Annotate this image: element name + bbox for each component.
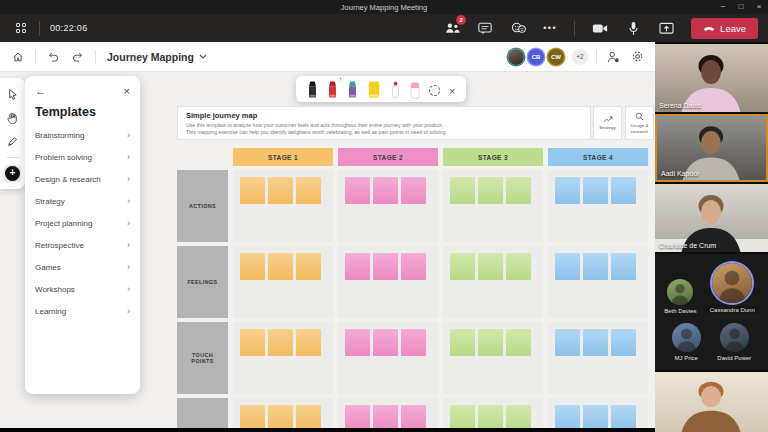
sticky-note[interactable] — [506, 177, 531, 204]
sticky-note[interactable] — [345, 253, 370, 280]
journey-cell[interactable] — [338, 322, 438, 394]
audio-participant[interactable]: Beth Davies — [664, 279, 696, 314]
participant-video[interactable]: Serena Davis — [655, 44, 768, 112]
settings-button[interactable] — [629, 49, 645, 65]
whiteboard-canvas[interactable]: + ← × Templates Brainstorming›Problem so… — [0, 72, 655, 428]
journey-cell[interactable] — [338, 398, 438, 428]
journey-cell[interactable] — [233, 170, 333, 242]
create-tool[interactable]: + — [4, 165, 21, 182]
share-screen-button[interactable] — [658, 20, 674, 36]
close-button[interactable]: × — [750, 0, 768, 14]
template-category[interactable]: Design & research› — [35, 168, 130, 190]
sticky-note[interactable] — [268, 177, 293, 204]
sticky-note[interactable] — [401, 177, 426, 204]
journey-cell[interactable] — [443, 398, 543, 428]
journey-cell[interactable] — [548, 170, 648, 242]
eraser-tool[interactable] — [410, 79, 420, 99]
undo-button[interactable] — [45, 49, 61, 65]
share-board-button[interactable] — [605, 49, 621, 65]
sticky-note[interactable] — [583, 329, 608, 356]
sticky-note[interactable] — [268, 253, 293, 280]
galaxy-pen-tool[interactable] — [347, 79, 358, 99]
redo-button[interactable] — [70, 49, 86, 65]
presence-overflow-badge[interactable]: +2 — [572, 49, 588, 65]
select-tool[interactable] — [4, 85, 21, 102]
sticky-note[interactable] — [506, 405, 531, 428]
sticky-note[interactable] — [373, 253, 398, 280]
close-templates-button[interactable]: × — [124, 85, 130, 97]
sticky-note[interactable] — [401, 329, 426, 356]
sticky-note[interactable] — [345, 329, 370, 356]
leave-button[interactable]: Leave — [691, 18, 758, 39]
sticky-note[interactable] — [240, 177, 265, 204]
journey-cell[interactable] — [233, 246, 333, 318]
board-title-menu[interactable]: Journey Mapping — [107, 51, 207, 63]
template-category[interactable]: Retrospective› — [35, 234, 130, 256]
sticky-note[interactable] — [373, 405, 398, 428]
home-button[interactable] — [10, 49, 26, 65]
presence-avatar-photo[interactable] — [508, 49, 524, 65]
sticky-note[interactable] — [555, 177, 580, 204]
journey-cell[interactable] — [548, 246, 648, 318]
audio-participant[interactable]: David Power — [717, 323, 751, 361]
stage-header[interactable]: STAGE 2 — [338, 148, 438, 166]
sticky-note[interactable] — [611, 253, 636, 280]
maximize-button[interactable]: □ — [732, 0, 750, 14]
sticky-note[interactable] — [555, 329, 580, 356]
audio-participant[interactable]: Cassandra Dunn — [706, 263, 759, 314]
template-category[interactable]: Games› — [35, 256, 130, 278]
sticky-note[interactable] — [296, 329, 321, 356]
sticky-note[interactable] — [268, 329, 293, 356]
sticky-note[interactable] — [240, 329, 265, 356]
sticky-note[interactable] — [478, 329, 503, 356]
stage-header[interactable]: STAGE 1 — [233, 148, 333, 166]
sticky-note[interactable] — [583, 177, 608, 204]
sticky-note[interactable] — [555, 405, 580, 428]
sticky-note[interactable] — [373, 329, 398, 356]
template-category[interactable]: Strategy› — [35, 190, 130, 212]
camera-button[interactable] — [592, 20, 608, 36]
ink-tool[interactable] — [4, 133, 21, 150]
template-category[interactable]: Project planning› — [35, 212, 130, 234]
journey-map-header[interactable]: Simple journey map Use this template to … — [177, 106, 591, 140]
tag-strategy[interactable]: Strategy — [593, 106, 622, 140]
journey-cell[interactable] — [338, 246, 438, 318]
participants-button[interactable]: 2 — [444, 20, 460, 36]
row-label[interactable]: ACTIONS — [177, 170, 228, 242]
black-pen-tool[interactable] — [307, 79, 318, 99]
template-category[interactable]: Learning› — [35, 300, 130, 322]
apps-icon[interactable] — [13, 20, 29, 36]
close-pen-toolbar-button[interactable]: × — [449, 79, 455, 99]
template-category[interactable]: Workshops› — [35, 278, 130, 300]
sticky-note[interactable] — [345, 177, 370, 204]
sticky-note[interactable] — [506, 329, 531, 356]
template-category[interactable]: Brainstorming› — [35, 124, 130, 146]
sticky-note[interactable] — [240, 405, 265, 428]
back-button[interactable]: ← — [35, 85, 46, 97]
highlighter-tool[interactable] — [367, 79, 381, 99]
sticky-note[interactable] — [450, 253, 475, 280]
journey-cell[interactable] — [443, 246, 543, 318]
tag-design-research[interactable]: Design & research — [625, 106, 654, 140]
journey-cell[interactable] — [548, 398, 648, 428]
participant-video[interactable]: Charlotte de Crum — [655, 184, 768, 252]
row-label[interactable]: TOUCH POINTS — [177, 322, 228, 394]
sticky-note[interactable] — [401, 405, 426, 428]
journey-cell[interactable] — [548, 322, 648, 394]
chat-button[interactable] — [477, 20, 493, 36]
sticky-note[interactable] — [296, 405, 321, 428]
journey-cell[interactable] — [443, 322, 543, 394]
reactions-button[interactable] — [510, 20, 526, 36]
presence-avatar[interactable]: CW — [548, 49, 564, 65]
audio-participants-tile[interactable]: Beth DaviesCassandra DunnMJ PriceDavid P… — [655, 254, 768, 370]
sticky-note[interactable] — [611, 405, 636, 428]
participant-video[interactable] — [655, 372, 768, 432]
sticky-note[interactable] — [450, 177, 475, 204]
audio-participant[interactable]: MJ Price — [672, 323, 701, 361]
sticky-note[interactable] — [373, 177, 398, 204]
sticky-note[interactable] — [478, 253, 503, 280]
sticky-note[interactable] — [478, 177, 503, 204]
journey-cell[interactable] — [338, 170, 438, 242]
sticky-note[interactable] — [478, 405, 503, 428]
lasso-select-tool[interactable] — [429, 79, 440, 99]
